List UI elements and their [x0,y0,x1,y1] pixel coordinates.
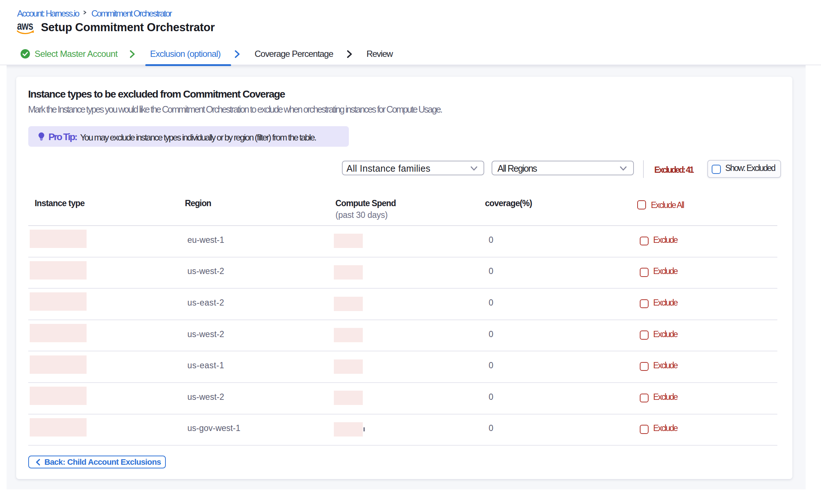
svg-text:aws: aws [17,22,33,32]
